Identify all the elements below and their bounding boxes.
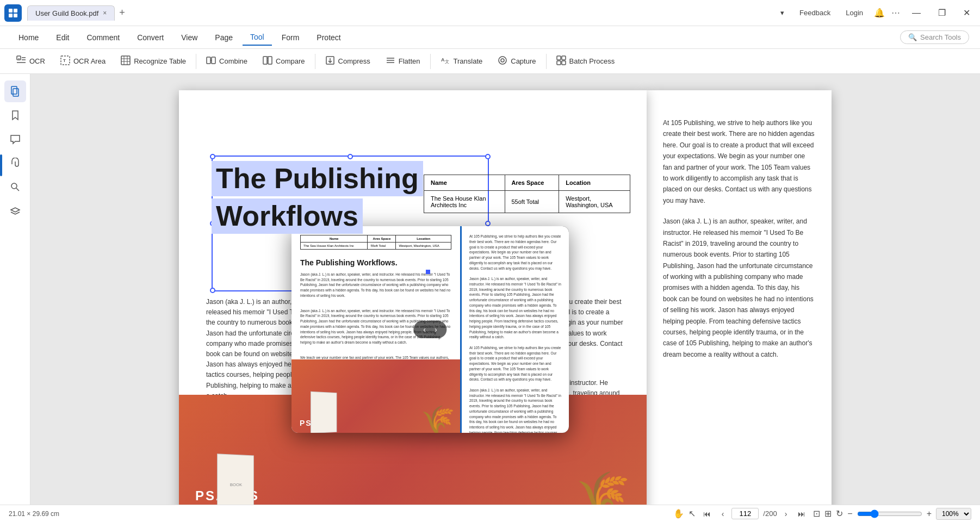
ocr-area-icon: T xyxy=(60,55,70,67)
fit-width-icon[interactable]: ⊞ xyxy=(824,508,832,519)
preview-right-text2: Jason (aka J. L.) is an author, speaker,… xyxy=(469,276,561,340)
zoom-out-btn[interactable]: − xyxy=(847,509,852,519)
wheat-icon: 🌾 xyxy=(576,469,630,505)
menu-home[interactable]: Home xyxy=(11,30,46,45)
preview-next-btn[interactable]: › xyxy=(431,324,441,335)
table-cell-space: 55oft Total xyxy=(505,191,559,213)
sidebar-item-layers[interactable] xyxy=(4,200,26,222)
sidebar-item-attachments[interactable] xyxy=(4,152,26,174)
first-page-btn[interactable]: ⏮ xyxy=(700,508,714,519)
current-page-input[interactable] xyxy=(731,508,759,519)
tool-compare[interactable]: Compare xyxy=(255,52,312,71)
table-cell-name: The Sea House KlanArchitects Inc xyxy=(424,191,505,213)
tool-compress[interactable]: Compress xyxy=(318,52,378,71)
tool-flatten[interactable]: Flatten xyxy=(378,52,428,71)
dropdown-btn[interactable]: ▾ xyxy=(776,7,789,19)
fit-page-icon[interactable]: ⊡ xyxy=(813,508,820,519)
tool-recognize-table[interactable]: Recognize Table xyxy=(113,52,194,71)
sidebar-item-pages[interactable] xyxy=(4,80,26,102)
ocr-area-label: OCR Area xyxy=(73,57,106,65)
tool-batch-process[interactable]: Batch Process xyxy=(549,52,623,71)
last-page-btn[interactable]: ⏭ xyxy=(795,508,809,519)
svg-point-30 xyxy=(501,59,504,62)
menu-edit[interactable]: Edit xyxy=(48,30,77,45)
handle-tl[interactable] xyxy=(210,154,215,159)
tab-close-btn[interactable]: × xyxy=(103,9,107,17)
info-table-container: Name Ares Space Location The Sea House K… xyxy=(424,175,630,213)
flatten-icon xyxy=(386,55,395,67)
close-btn[interactable]: ✕ xyxy=(958,5,976,20)
next-page-btn[interactable]: › xyxy=(781,508,791,519)
preview-right-text4: Jason (aka J. L.) is an author, speaker,… xyxy=(469,388,561,433)
tab-add-btn[interactable]: + xyxy=(119,7,125,18)
active-tab[interactable]: User Guild Book.pdf × xyxy=(27,5,115,21)
recognize-table-label: Recognize Table xyxy=(134,57,186,65)
tab-filename: User Guild Book.pdf xyxy=(35,9,98,17)
tool-combine[interactable]: Combine xyxy=(199,52,255,71)
handle-mr[interactable] xyxy=(485,221,491,226)
feedback-btn[interactable]: Feedback xyxy=(795,7,835,19)
combine-icon xyxy=(206,55,216,67)
app-icon xyxy=(4,4,22,22)
sidebar-item-comments[interactable] xyxy=(4,128,26,150)
preview-wheat: 🌾 xyxy=(421,404,455,433)
sidebar-item-search[interactable] xyxy=(4,176,26,198)
preview-right-content: At 105 Publishing, we strive to help aut… xyxy=(462,226,569,433)
handle-bl[interactable] xyxy=(210,288,215,293)
table-cell-location: Westport,Washington, USA xyxy=(559,191,630,213)
sidebar xyxy=(0,74,30,505)
more-icon[interactable]: ⋯ xyxy=(891,8,900,18)
svg-rect-17 xyxy=(212,57,215,64)
pdf-title-line1: The Publishing xyxy=(216,163,419,194)
table-row: The Sea House KlanArchitects Inc 55oft T… xyxy=(424,191,630,213)
sep4 xyxy=(546,54,547,69)
tool-translate[interactable]: A文 Translate xyxy=(433,52,491,71)
tool-capture[interactable]: Capture xyxy=(490,52,543,71)
login-btn[interactable]: Login xyxy=(841,7,867,19)
menu-tool[interactable]: Tool xyxy=(243,29,272,46)
tool-ocr[interactable]: T OCR xyxy=(9,52,53,71)
tool-ocr-area[interactable]: T OCR Area xyxy=(53,52,113,71)
preview-title: The Publishing Workflows. xyxy=(300,258,451,268)
notification-icon[interactable]: 🔔 xyxy=(874,8,885,18)
info-table: Name Ares Space Location The Sea House K… xyxy=(424,175,630,213)
search-tools[interactable]: 🔍 Search Tools xyxy=(900,30,969,44)
menu-view[interactable]: View xyxy=(173,30,205,45)
handle-tr[interactable] xyxy=(485,154,491,159)
restore-btn[interactable]: ❐ xyxy=(933,5,951,20)
menu-form[interactable]: Form xyxy=(274,30,307,45)
ocr-icon: T xyxy=(16,55,26,67)
capture-label: Capture xyxy=(511,57,536,65)
preview-right-text1: At 105 Publishing, we strive to help aut… xyxy=(469,234,561,271)
hand-tool-icon[interactable]: ✋ xyxy=(673,508,684,519)
translate-label: Translate xyxy=(454,57,483,65)
preview-nav[interactable]: ‹ › xyxy=(413,321,446,338)
menu-page[interactable]: Page xyxy=(207,30,240,45)
zoom-in-btn[interactable]: + xyxy=(927,509,932,519)
right-panel-text2: Jason (aka J. L.) is an author, speaker,… xyxy=(663,216,815,360)
menubar: Home Edit Comment Convert View Page Tool… xyxy=(0,26,980,49)
svg-rect-34 xyxy=(562,61,566,65)
preview-prev-btn[interactable]: ‹ xyxy=(420,324,429,335)
table-header-location: Location xyxy=(559,175,630,191)
menu-comment[interactable]: Comment xyxy=(79,30,127,45)
zoom-select[interactable]: 50% 75% 100% 125% 150% 200% xyxy=(936,508,971,520)
recognize-table-icon xyxy=(121,55,131,67)
svg-text:文: 文 xyxy=(445,59,449,64)
zoom-slider[interactable] xyxy=(857,509,922,518)
compress-label: Compress xyxy=(338,57,370,65)
menu-convert[interactable]: Convert xyxy=(129,30,171,45)
cursor-tool-icon[interactable]: ↖ xyxy=(689,508,696,519)
prev-page-btn[interactable]: ‹ xyxy=(718,508,728,519)
minimize-btn[interactable]: — xyxy=(907,6,926,20)
handle-tm[interactable] xyxy=(348,154,353,159)
titlebar-right: ▾ Feedback Login 🔔 ⋯ — ❐ ✕ xyxy=(776,5,976,20)
rotate-icon[interactable]: ↻ xyxy=(836,508,843,519)
preview-inner: NameAres SpaceLocation The Sea House Kla… xyxy=(291,226,569,433)
preview-body-text: Jason (aka J. L.) is an author, speaker,… xyxy=(300,272,451,299)
svg-rect-32 xyxy=(562,56,566,60)
book-decoration: BOOK xyxy=(217,453,254,505)
sidebar-item-bookmarks[interactable] xyxy=(4,104,26,126)
menu-protect[interactable]: Protect xyxy=(309,30,348,45)
table-header-name: Name xyxy=(424,175,505,191)
